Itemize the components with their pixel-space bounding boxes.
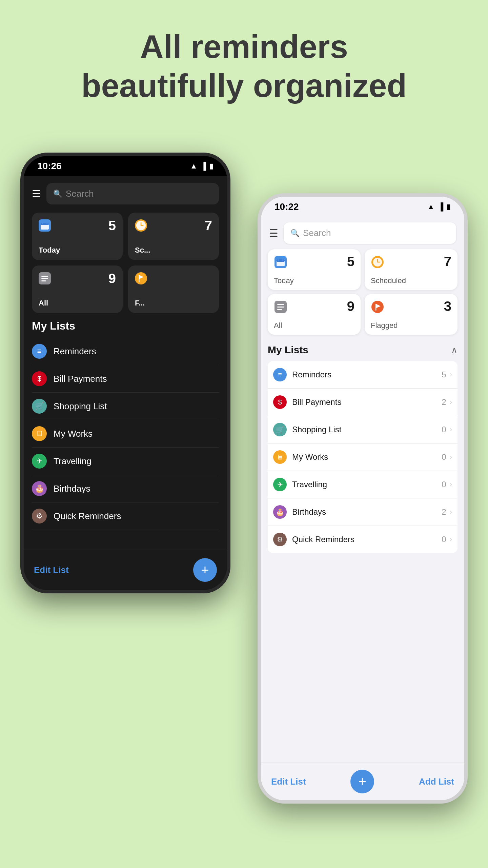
list-item-birthdays-front[interactable]: 🎂 Birthdays 2 › [268,498,458,526]
birthdays-name-front: Birthdays [292,507,442,517]
shopping-name-front: Shopping List [292,425,442,434]
card-today-front[interactable]: 5 Today [268,249,361,290]
list-item-reminders-front[interactable]: ≡ Reminders 5 › [268,361,458,389]
birthdays-icon-front: 🎂 [273,505,287,519]
scheduled-icon-front [371,256,451,271]
scheduled-count-back: 7 [205,218,212,233]
search-placeholder-back: Search [66,189,94,199]
shopping-icon-front: 🛒 [273,423,287,436]
list-item-shopping-back[interactable]: 🛒 Shopping List [32,393,219,420]
flagged-label-back: F... [135,299,145,308]
svg-rect-11 [41,278,48,279]
travelling-label-back: Travelling [54,456,92,467]
scheduled-icon-back [135,219,212,235]
hero-line1: All reminders [0,27,488,66]
svg-rect-19 [278,258,279,261]
bottom-bar-back: Edit List + [24,550,227,590]
list-item-reminders-back[interactable]: ≡ Reminders [32,338,219,365]
collapse-icon-front[interactable]: ∧ [451,345,458,355]
menu-icon-front[interactable]: ☰ [269,227,278,239]
scheduled-count-front: 7 [444,254,451,269]
bottom-bar-front: Edit List + Add List [261,763,464,800]
svg-point-13 [135,272,147,284]
fab-back[interactable]: + [193,558,217,582]
cards-row1-front: 5 Today 7 Scheduled [268,249,458,290]
edit-list-button-front[interactable]: Edit List [271,776,306,787]
card-flagged-front[interactable]: 3 Flagged [365,294,458,335]
list-item-myworks-back[interactable]: 🖥 My Works [32,420,219,448]
shopping-count-front: 0 [442,425,446,434]
search-icon-front: 🔍 [290,229,300,238]
card-all-back[interactable]: 9 All [32,265,123,313]
status-icons-back: ▲ ▐ ▮ [190,162,214,171]
fab-front[interactable]: + [350,770,374,793]
billpayments-name-front: Bill Payments [292,397,442,407]
card-flagged-back[interactable]: F... [128,265,219,313]
add-list-button-front[interactable]: Add List [419,776,454,787]
reminders-label-back: Reminders [54,346,96,357]
shopping-icon-back: 🛒 [32,399,47,414]
status-bar-back: 10:26 ▲ ▐ ▮ [24,156,227,176]
svg-rect-10 [41,276,48,277]
phone-back: 10:26 ▲ ▐ ▮ ☰ 🔍 Search [20,153,230,593]
card-scheduled-back[interactable]: 7 Sc... [128,213,219,260]
all-label-back: All [39,299,48,308]
reminders-name-front: Reminders [292,370,442,379]
list-item-quickreminders-front[interactable]: ⚙ Quick Reminders 0 › [268,526,458,553]
scheduled-label-front: Scheduled [371,276,406,285]
svg-rect-3 [42,221,43,224]
birthdays-label-back: Birthdays [54,484,90,494]
scheduled-label-back: Sc... [135,246,150,255]
card-scheduled-front[interactable]: 7 Scheduled [365,249,458,290]
svg-rect-20 [282,258,283,261]
lists-container-front: ≡ Reminders 5 › $ Bill Payments 2 › 🛒 Sh… [268,361,458,553]
list-item-shopping-front[interactable]: 🛒 Shopping List 0 › [268,416,458,443]
flagged-icon-back [135,272,212,288]
search-bar-back: ☰ 🔍 Search [32,183,219,204]
travelling-chevron-front: › [450,480,452,489]
all-icon-back [39,272,116,288]
svg-rect-18 [277,259,285,262]
edit-list-button-back[interactable]: Edit List [34,565,69,575]
birthdays-icon-back: 🎂 [32,481,47,496]
list-item-billpayments-back[interactable]: $ Bill Payments [32,365,219,393]
phones-container: 10:26 ▲ ▐ ▮ ☰ 🔍 Search [0,125,488,868]
search-icon-back: 🔍 [53,190,62,198]
travelling-icon-front: ✈ [273,478,287,491]
list-item-billpayments-front[interactable]: $ Bill Payments 2 › [268,389,458,416]
card-all-front[interactable]: 9 All [268,294,361,335]
reminders-icon-front: ≡ [273,368,287,381]
billpayments-chevron-front: › [450,398,452,407]
card-today-back[interactable]: 5 Today [32,213,123,260]
today-label-back: Today [39,246,60,255]
travelling-icon-back: ✈ [32,454,47,469]
billpayments-label-back: Bill Payments [54,374,107,384]
today-count-back: 5 [108,218,116,233]
time-back: 10:26 [37,161,62,172]
all-label-front: All [274,321,282,330]
myworks-icon-back: 🖥 [32,426,47,441]
quickreminders-chevron-front: › [450,535,452,544]
status-icons-front: ▲ ▐ ▮ [427,202,451,211]
birthdays-chevron-front: › [450,508,452,516]
travelling-name-front: Travelling [292,480,442,489]
search-field-back[interactable]: 🔍 Search [46,183,219,204]
svg-rect-28 [277,309,282,310]
all-count-back: 9 [108,271,116,286]
list-item-myworks-front[interactable]: 🖥 My Works 0 › [268,443,458,471]
myworks-name-front: My Works [292,452,442,462]
list-item-birthdays-back[interactable]: 🎂 Birthdays [32,475,219,502]
list-item-travelling-front[interactable]: ✈ Travelling 0 › [268,471,458,498]
search-field-front[interactable]: 🔍 Search [284,222,456,244]
svg-rect-15 [139,275,140,282]
flagged-count-front: 3 [444,299,451,314]
list-item-quickreminders-back[interactable]: ⚙ Quick Reminders [32,502,219,530]
svg-rect-31 [375,304,377,311]
my-lists-label-front: My Lists [268,344,308,356]
today-label-front: Today [274,276,294,285]
menu-icon-back[interactable]: ☰ [32,188,41,200]
battery-icon: ▮ [209,162,214,171]
today-icon-front [274,256,354,271]
list-item-travelling-back[interactable]: ✈ Travelling [32,448,219,475]
svg-rect-4 [46,221,47,224]
